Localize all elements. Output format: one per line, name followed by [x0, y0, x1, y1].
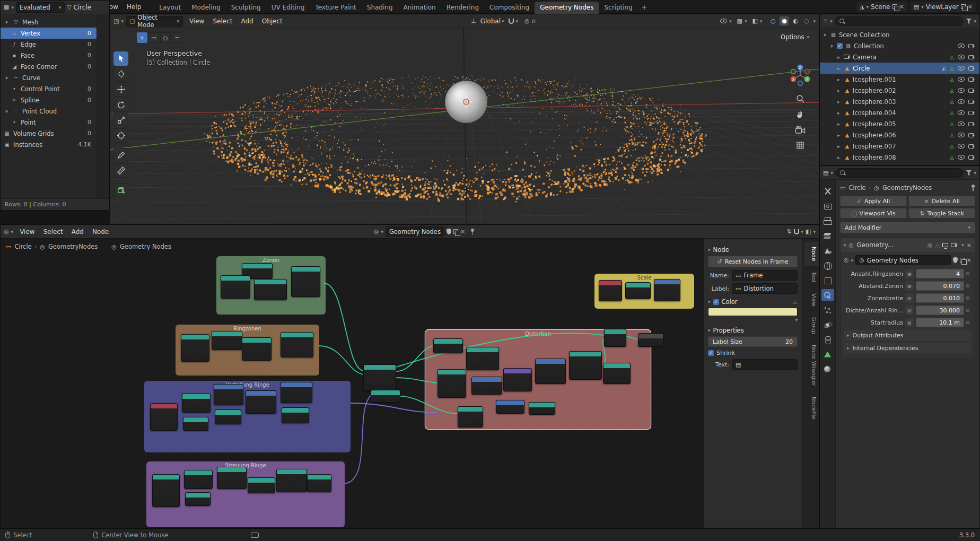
- properties-editor-icon[interactable]: ▤: [823, 170, 828, 176]
- outliner-row-collection[interactable]: ▾✓▥Collection: [820, 40, 979, 51]
- graph-node[interactable]: [604, 329, 626, 347]
- outliner-row-scene-collection[interactable]: ▾▦Scene Collection: [820, 29, 979, 40]
- expand-icon[interactable]: ▸: [836, 144, 842, 149]
- properties-tab-data[interactable]: [821, 348, 834, 360]
- select-circle-button[interactable]: ○: [160, 32, 171, 43]
- graph-node[interactable]: [246, 390, 276, 414]
- graph-node[interactable]: [535, 359, 566, 384]
- tab-uv-editing[interactable]: UV Editing: [266, 2, 310, 14]
- outliner-row-icosphere-006[interactable]: ▸▲Icosphere.006◬: [820, 129, 979, 141]
- properties-tab-render[interactable]: [821, 200, 834, 212]
- chevron-down-icon[interactable]: ▾: [516, 19, 519, 24]
- text-field[interactable]: ▤: [732, 359, 798, 370]
- animate-dot[interactable]: [966, 272, 969, 275]
- node-group-field[interactable]: ◎ Geometry Nodes: [855, 255, 951, 265]
- input-attribute-toggle[interactable]: ▤: [905, 281, 914, 291]
- expand-icon[interactable]: ▸: [836, 66, 842, 71]
- node-menu-add[interactable]: Add: [67, 227, 88, 237]
- sidebar-tab-node[interactable]: Node: [804, 242, 819, 266]
- spreadsheet-row-volume-grids[interactable]: ▦Volume Grids0: [1, 128, 97, 139]
- graph-node[interactable]: [281, 382, 312, 403]
- graph-node[interactable]: [181, 334, 209, 362]
- graph-node[interactable]: [638, 333, 663, 347]
- transform-tool[interactable]: [113, 128, 128, 143]
- graph-node[interactable]: [529, 402, 555, 415]
- outliner-row-icosphere-002[interactable]: ▸▲Icosphere.002◬: [820, 85, 979, 96]
- proportional-editing-icon[interactable]: ◎: [524, 18, 530, 24]
- hide-eye-icon[interactable]: [958, 110, 965, 115]
- outliner-editor-icon[interactable]: ≡: [823, 18, 828, 24]
- viewport-canvas[interactable]: [110, 28, 819, 224]
- chevron-down-icon[interactable]: ▾: [813, 19, 816, 24]
- render-visibility-icon[interactable]: [968, 111, 974, 115]
- graph-node[interactable]: [182, 394, 211, 413]
- graph-node[interactable]: [254, 279, 287, 300]
- name-field[interactable]: ▭ Frame: [732, 270, 798, 281]
- realtime-toggle-icon[interactable]: [942, 243, 948, 247]
- color-checkbox[interactable]: ✓: [713, 299, 719, 305]
- graph-node[interactable]: [217, 467, 247, 489]
- tab-animation[interactable]: Animation: [398, 2, 441, 14]
- expand-icon[interactable]: ▸: [836, 155, 842, 160]
- node-editor-icon[interactable]: ◎: [4, 229, 9, 234]
- overlays-icon[interactable]: ◧: [752, 18, 758, 24]
- viewport-menu-view[interactable]: View: [185, 16, 208, 26]
- input-value-field[interactable]: 10.1 m: [916, 318, 964, 327]
- viewport-menu-select[interactable]: Select: [208, 16, 237, 26]
- sidebar-tab-nodepie[interactable]: NodePie: [804, 392, 819, 424]
- browse-tree-icon[interactable]: ◎: [374, 229, 379, 234]
- graph-node[interactable]: [433, 338, 463, 353]
- expand-icon[interactable]: ▸: [836, 55, 842, 60]
- fake-user-icon[interactable]: [953, 257, 958, 263]
- outliner-row-circle[interactable]: ▸▲Circle◭◬: [820, 63, 979, 74]
- node-menu-select[interactable]: Select: [39, 227, 67, 237]
- annotate-tool[interactable]: [113, 148, 128, 162]
- input-attribute-toggle[interactable]: ▤: [905, 293, 914, 303]
- input-value-field[interactable]: 0.010: [916, 293, 964, 303]
- add-workspace-button[interactable]: +: [638, 2, 651, 14]
- section-output-attributes[interactable]: ▸Output Attributes: [844, 330, 972, 341]
- graph-node[interactable]: [150, 403, 178, 431]
- animate-dot[interactable]: [966, 321, 969, 324]
- render-visibility-icon[interactable]: [968, 100, 974, 104]
- graph-node[interactable]: [248, 477, 275, 493]
- extras-menu-icon[interactable]: ▾: [961, 242, 964, 248]
- add-object-tool[interactable]: [113, 183, 128, 197]
- expand-icon[interactable]: ▸: [836, 121, 842, 127]
- color-section-header[interactable]: ▾ ✓ Color ≡: [708, 298, 798, 306]
- tab-compositing[interactable]: Compositing: [484, 2, 535, 14]
- new-viewlayer-icon[interactable]: [961, 4, 966, 9]
- chevron-down-icon[interactable]: ▾: [974, 19, 976, 24]
- select-tweak-button[interactable]: +: [137, 32, 147, 43]
- chevron-down-icon[interactable]: ▾: [745, 19, 747, 24]
- measure-tool[interactable]: [113, 163, 128, 178]
- label-size-slider[interactable]: Label Size 20: [708, 336, 798, 347]
- tab-scripting[interactable]: Scripting: [599, 2, 637, 14]
- render-visibility-icon[interactable]: [968, 122, 974, 126]
- zoom-icon[interactable]: [795, 94, 805, 103]
- graph-node[interactable]: [654, 279, 680, 301]
- graph-node[interactable]: [276, 469, 307, 492]
- viewlayer-selector[interactable]: ▤ ▾ ViewLayer ×: [911, 2, 976, 12]
- filter-icon[interactable]: [966, 19, 972, 24]
- input-attribute-toggle[interactable]: ▤: [905, 306, 914, 315]
- graph-node[interactable]: [282, 407, 309, 423]
- chevron-down-icon[interactable]: ▾: [760, 19, 763, 24]
- tab-texture-paint[interactable]: Texture Paint: [310, 2, 361, 14]
- breadcrumb-object[interactable]: Circle: [14, 243, 31, 250]
- collapse-icon[interactable]: ▾: [4, 75, 10, 81]
- graph-node[interactable]: [625, 282, 651, 299]
- hide-eye-icon[interactable]: [958, 144, 965, 149]
- breadcrumb-object[interactable]: Circle: [848, 184, 865, 191]
- render-visibility-icon[interactable]: [968, 133, 974, 137]
- render-visibility-icon[interactable]: [968, 144, 974, 149]
- presets-icon[interactable]: ≡: [793, 299, 798, 305]
- menu-help[interactable]: Help: [122, 2, 145, 12]
- viewport-menu-add[interactable]: Add: [237, 16, 257, 26]
- spreadsheet-editor-icon[interactable]: ▦: [4, 4, 9, 10]
- mode-dropdown[interactable]: ▢ Object Mode ▾: [126, 16, 183, 27]
- graph-node[interactable]: [599, 280, 622, 301]
- expand-icon[interactable]: ▸: [836, 77, 842, 82]
- shading-wireframe-button[interactable]: ○: [768, 16, 777, 25]
- reset-nodes-button[interactable]: ↺ Reset Nodes in Frame: [708, 256, 798, 267]
